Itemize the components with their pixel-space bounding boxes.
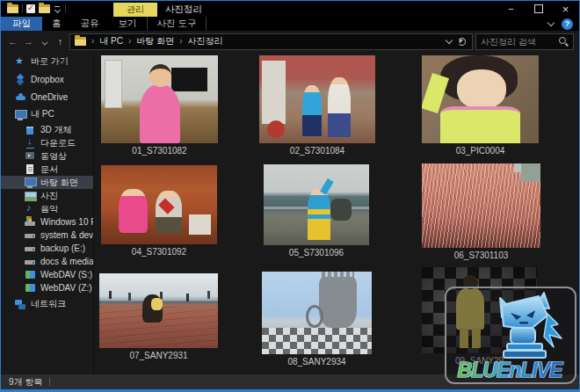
photo-art <box>514 163 524 172</box>
breadcrumb-segment-pc[interactable]: 내 PC <box>86 35 123 47</box>
minimize-button[interactable] <box>497 1 525 17</box>
file-name: 08_SANY2934 <box>262 357 372 367</box>
breadcrumb-folder-icon <box>75 37 86 46</box>
file-name: 07_SANY2931 <box>99 351 218 360</box>
explorer-window: 관리 사진정리 파일 홈 공유 보기 사진 도구 ← → ↑ 내 PC 바탕 화… <box>0 0 580 392</box>
pictures-icon <box>25 190 36 201</box>
file-name: 03_PIC0004 <box>422 146 539 156</box>
forward-button[interactable]: → <box>22 33 35 49</box>
music-icon <box>25 203 36 214</box>
windows-drive-icon <box>25 216 36 228</box>
file-name: 04_S7301092 <box>101 247 217 257</box>
refresh-icon[interactable] <box>458 38 466 46</box>
sidebar-item-this-pc[interactable]: 내 PC <box>1 107 93 121</box>
sidebar-item-pictures[interactable]: 사진 <box>1 189 93 202</box>
file-item[interactable]: 05_S7301096 <box>264 164 369 258</box>
back-button[interactable]: ← <box>6 33 19 49</box>
network-icon <box>15 299 26 310</box>
help-icon[interactable] <box>562 18 573 30</box>
file-item[interactable]: 02_S7301084 <box>259 55 375 156</box>
photo-art <box>151 298 162 310</box>
file-name: 06_S7301103 <box>422 250 540 260</box>
sidebar-item-videos[interactable]: 동영상 <box>1 149 93 163</box>
breadcrumb-segment-folder[interactable]: 사진정리 <box>174 35 222 47</box>
tab-picture-tools[interactable]: 사진 도구 <box>147 17 207 31</box>
photo-thumbnail <box>422 163 540 248</box>
download-icon <box>25 137 36 149</box>
divider <box>22 4 23 13</box>
manage-contextual-tab[interactable]: 관리 <box>113 3 157 17</box>
file-item[interactable]: 08_SANY2934 <box>262 272 372 367</box>
file-item[interactable]: 04_S7301092 <box>101 165 217 257</box>
file-name: 01_S7301082 <box>101 146 218 156</box>
properties-icon[interactable] <box>26 4 35 13</box>
sidebar-item-dropbox[interactable]: Dropbox <box>1 72 93 86</box>
item-count: 9개 항목 <box>9 376 42 388</box>
watermark-text: BLUEnLIVE <box>458 359 563 381</box>
webdav-drive-icon <box>25 269 36 280</box>
sidebar-item-quick-access[interactable]: 바로 가기 <box>1 54 93 69</box>
customize-qat-icon[interactable] <box>54 5 62 13</box>
tab-file[interactable]: 파일 <box>1 17 42 31</box>
tab-home[interactable]: 홈 <box>42 17 71 31</box>
file-item[interactable]: 01_S7301082 <box>101 55 218 156</box>
desktop-icon <box>25 177 36 188</box>
photo-art <box>189 214 211 235</box>
sidebar-item-docs-drive[interactable]: docs & media data <box>1 255 93 268</box>
new-folder-icon[interactable] <box>39 4 50 13</box>
address-dropdown-chevron-icon[interactable] <box>446 36 453 43</box>
sidebar-item-system-drive[interactable]: system & develop ( <box>1 229 93 242</box>
sidebar-item-music[interactable]: 음악 <box>1 202 93 215</box>
divider <box>49 378 50 386</box>
tab-share[interactable]: 공유 <box>71 17 109 31</box>
sidebar-item-onedrive[interactable]: OneDrive <box>1 90 93 104</box>
ribbon-tab-bar: 파일 홈 공유 보기 사진 도구 <box>1 17 579 31</box>
sidebar-item-webdav-s[interactable]: WebDAV (S:) <box>1 268 93 281</box>
search-icon[interactable] <box>558 36 569 47</box>
expand-ribbon-chevron-icon[interactable] <box>547 18 555 25</box>
photo-art <box>267 120 285 138</box>
photo-art <box>322 272 355 285</box>
photo-thumbnail <box>422 55 539 143</box>
photo-thumbnail <box>101 55 218 143</box>
photo-thumbnail <box>99 273 218 348</box>
window-controls <box>497 1 579 17</box>
star-icon <box>15 56 26 68</box>
tab-view[interactable]: 보기 <box>109 17 147 31</box>
photo-thumbnail <box>262 272 372 354</box>
title-bar: 관리 사진정리 <box>1 1 579 17</box>
search-input[interactable] <box>476 37 558 47</box>
sidebar-item-webdav-z[interactable]: WebDAV (Z:) <box>1 281 93 294</box>
computer-icon <box>15 109 26 120</box>
maximize-button[interactable] <box>525 1 552 17</box>
bluenlive-mascot-icon <box>489 289 570 359</box>
file-item[interactable]: 07_SANY2931 <box>99 273 218 360</box>
sidebar-item-windows-drive[interactable]: Windows 10 Rises ( <box>1 215 93 229</box>
sidebar-item-downloads[interactable]: 다운로드 <box>1 136 93 149</box>
breadcrumb-segment-desktop[interactable]: 바탕 화면 <box>123 35 174 47</box>
photo-art <box>109 291 112 299</box>
file-item[interactable]: 06_S7301103 <box>422 163 540 260</box>
cube-icon <box>25 124 36 135</box>
close-button[interactable] <box>552 1 579 17</box>
photo-art <box>159 198 175 214</box>
photo-thumbnail <box>101 165 217 244</box>
file-item[interactable]: 03_PIC0004 <box>422 55 539 156</box>
navigation-pane: 바로 가기 Dropbox OneDrive 내 PC 3D 개체 다운로드 동… <box>1 52 94 374</box>
up-button[interactable]: ↑ <box>54 33 67 49</box>
photo-art <box>105 60 122 108</box>
recent-locations-chevron-icon[interactable] <box>38 33 51 49</box>
address-breadcrumb-bar[interactable]: 내 PC 바탕 화면 사진정리 <box>69 33 473 50</box>
sidebar-item-documents[interactable]: 문서 <box>1 163 93 176</box>
address-bar-buttons <box>446 38 468 46</box>
dropbox-icon <box>15 74 26 85</box>
photo-art <box>457 69 506 109</box>
sidebar-item-network[interactable]: 네트워크 <box>1 297 93 311</box>
sidebar-item-backup-drive[interactable]: backup (E:) <box>1 242 93 255</box>
drive-icon <box>25 256 36 267</box>
sidebar-item-3d-objects[interactable]: 3D 개체 <box>1 123 93 136</box>
photo-art <box>149 64 171 87</box>
file-name: 02_S7301084 <box>259 146 375 156</box>
photo-art <box>264 207 369 209</box>
sidebar-item-desktop[interactable]: 바탕 화면 <box>1 176 93 189</box>
